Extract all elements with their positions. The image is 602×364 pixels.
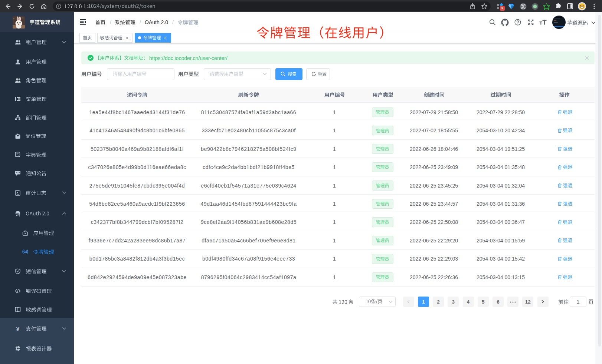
svg-text:¥: ¥ <box>16 326 20 332</box>
